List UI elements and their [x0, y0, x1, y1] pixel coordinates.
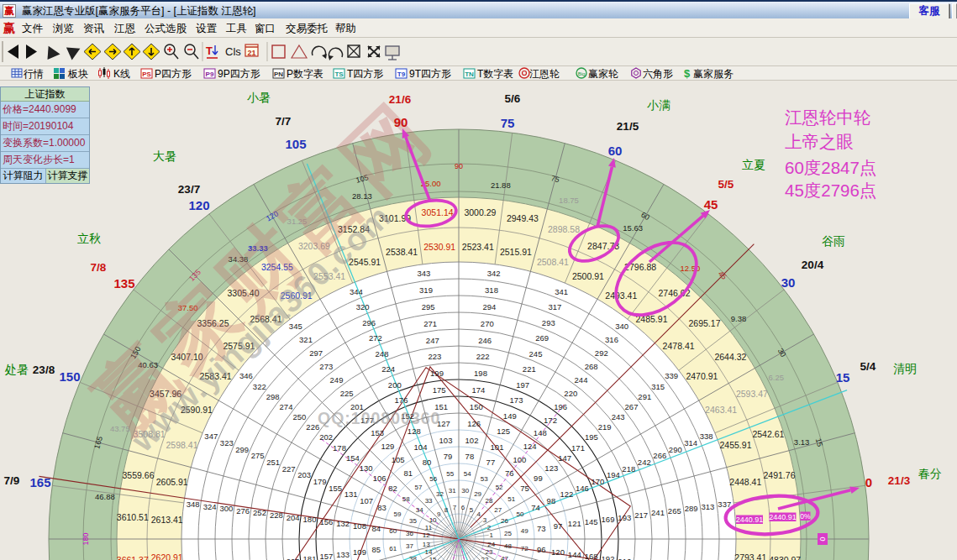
svg-text:56: 56	[429, 475, 437, 483]
svg-text:9.38: 9.38	[731, 314, 747, 323]
svg-text:2463.41: 2463.41	[705, 405, 737, 415]
svg-text:221: 221	[523, 364, 536, 374]
svg-text:317: 317	[548, 302, 561, 311]
svg-text:179: 179	[313, 477, 327, 486]
svg-text:83: 83	[377, 503, 386, 512]
svg-text:100: 100	[513, 455, 526, 464]
svg-text:245: 245	[529, 349, 543, 359]
svg-text:275: 275	[251, 451, 265, 460]
svg-text:21/5: 21/5	[617, 120, 639, 133]
svg-text:315: 315	[651, 382, 665, 391]
svg-text:241: 241	[651, 508, 665, 517]
svg-text:84: 84	[372, 524, 381, 533]
svg-text:28: 28	[485, 497, 492, 505]
svg-text:5: 5	[470, 506, 474, 514]
svg-text:165: 165	[29, 475, 50, 489]
svg-text:24: 24	[487, 541, 495, 548]
svg-text:125: 125	[497, 427, 510, 436]
svg-text:348: 348	[187, 500, 200, 509]
svg-text:50: 50	[517, 510, 524, 518]
svg-text:292: 292	[595, 348, 608, 358]
svg-text:PN: PN	[274, 71, 283, 78]
svg-text:36: 36	[406, 530, 413, 537]
svg-text:29: 29	[474, 490, 481, 498]
svg-text:149: 149	[503, 411, 517, 421]
svg-text:8: 8	[444, 506, 449, 514]
svg-text:99: 99	[534, 474, 543, 483]
svg-text:296: 296	[362, 318, 376, 327]
svg-text:121: 121	[568, 519, 581, 528]
svg-text:106: 106	[373, 474, 386, 483]
svg-text:76: 76	[505, 468, 514, 478]
svg-text:269: 269	[535, 333, 549, 343]
svg-text:14: 14	[425, 548, 433, 556]
svg-text:2440.91: 2440.91	[769, 513, 797, 521]
svg-text:12: 12	[423, 531, 430, 539]
svg-text:23: 23	[486, 548, 493, 556]
svg-text:60: 60	[389, 527, 397, 535]
svg-text:147: 147	[558, 453, 571, 463]
svg-text:249: 249	[330, 375, 344, 385]
svg-text:131: 131	[344, 489, 358, 499]
svg-text:180: 180	[82, 532, 90, 545]
svg-text:342: 342	[487, 269, 501, 278]
svg-text:199: 199	[430, 369, 444, 378]
svg-text:3661.37: 3661.37	[117, 555, 149, 560]
svg-text:323: 323	[220, 438, 234, 447]
svg-text:98: 98	[547, 496, 556, 505]
svg-text:170: 170	[591, 477, 604, 486]
svg-text:346: 346	[239, 371, 253, 380]
svg-text:290: 290	[669, 445, 682, 454]
svg-text:268: 268	[585, 362, 598, 371]
svg-text:96: 96	[537, 545, 546, 554]
svg-text:205: 205	[287, 557, 300, 560]
svg-text:小满: 小满	[647, 98, 670, 112]
svg-text:57: 57	[414, 484, 422, 491]
svg-text:195: 195	[585, 432, 598, 442]
svg-text:104: 104	[414, 442, 428, 452]
svg-text:181: 181	[303, 554, 317, 560]
svg-text:3: 3	[483, 516, 487, 524]
svg-text:7: 7	[453, 504, 457, 511]
svg-text:203: 203	[297, 470, 311, 479]
svg-text:101: 101	[491, 442, 504, 452]
svg-text:289: 289	[685, 504, 698, 513]
svg-text:293: 293	[542, 318, 555, 327]
svg-text:174: 174	[471, 385, 485, 395]
svg-text:立秋: 立秋	[77, 232, 101, 245]
svg-text:23/7: 23/7	[178, 183, 200, 196]
svg-text:227: 227	[282, 464, 296, 474]
svg-text:13: 13	[423, 541, 430, 548]
svg-text:276: 276	[236, 506, 250, 516]
svg-text:204: 204	[287, 513, 300, 522]
svg-text:3559.66: 3559.66	[123, 470, 155, 480]
svg-text:105: 105	[392, 455, 405, 464]
svg-text:273: 273	[319, 362, 333, 371]
svg-text:Big: Big	[578, 71, 586, 76]
svg-text:52: 52	[496, 484, 503, 491]
svg-text:74: 74	[531, 503, 540, 512]
svg-text:谷雨: 谷雨	[822, 234, 845, 248]
svg-text:59: 59	[394, 510, 402, 518]
svg-text:55: 55	[446, 470, 454, 478]
svg-text:TN: TN	[465, 71, 474, 78]
svg-text:200: 200	[388, 380, 402, 390]
svg-text:2620.91: 2620.91	[151, 552, 183, 560]
svg-text:173: 173	[510, 395, 523, 405]
svg-text:265: 265	[668, 506, 681, 516]
svg-text:124: 124	[523, 442, 537, 451]
svg-text:242: 242	[638, 458, 651, 467]
svg-text:129: 129	[381, 442, 394, 451]
svg-text:297: 297	[309, 348, 323, 358]
svg-text:120: 120	[188, 198, 209, 212]
svg-text:2440.91: 2440.91	[736, 516, 764, 524]
svg-text:大暑: 大暑	[153, 149, 176, 163]
svg-text:P9: P9	[206, 71, 214, 78]
svg-text:247: 247	[426, 336, 439, 345]
svg-text:171: 171	[571, 443, 585, 453]
svg-text:7/7: 7/7	[276, 115, 292, 128]
svg-text:192: 192	[602, 554, 615, 560]
svg-text:154: 154	[346, 453, 360, 463]
svg-text:15.63: 15.63	[623, 223, 643, 233]
svg-text:5/5: 5/5	[718, 178, 734, 191]
